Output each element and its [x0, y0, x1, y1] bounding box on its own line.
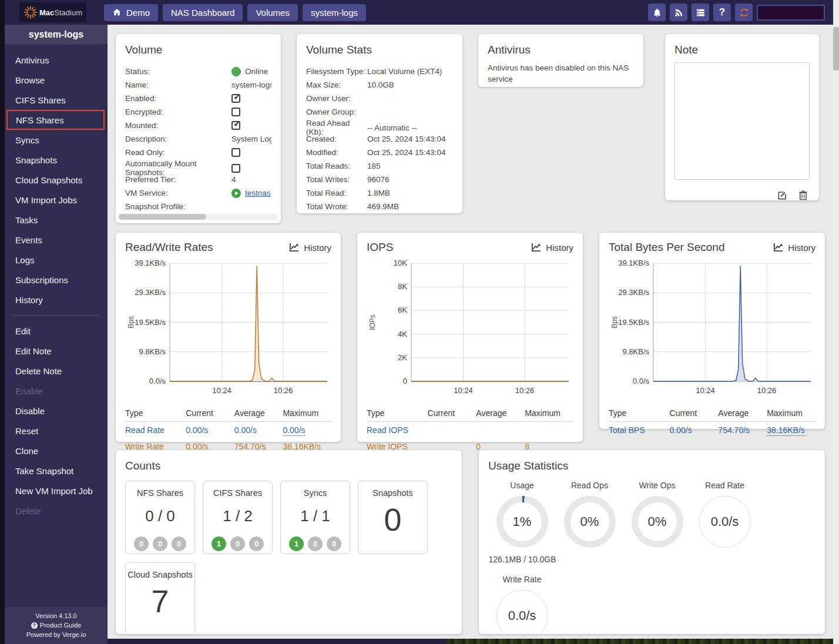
sidebar-item-logs[interactable]: Logs	[5, 250, 108, 270]
read-write-history-link[interactable]: History	[289, 243, 331, 253]
tile-nfs-shares[interactable]: NFS Shares 0 / 0 0 0 0	[125, 481, 195, 554]
write-ops-ring: 0%	[632, 496, 683, 548]
read-only-checkbox[interactable]	[231, 148, 240, 157]
count-badge: 0	[249, 536, 264, 551]
svg-text:10:24: 10:24	[454, 386, 473, 395]
count-badge: 0	[172, 536, 186, 551]
enabled-checkbox[interactable]	[231, 94, 240, 103]
sidebar-action-edit[interactable]: Edit	[5, 321, 108, 341]
breadcrumb-system-logs[interactable]: system-logs	[303, 4, 366, 21]
sidebar-item-tasks[interactable]: Tasks	[5, 210, 108, 230]
breadcrumb-volumes[interactable]: Volumes	[247, 4, 298, 21]
help-circle-icon: ?	[31, 622, 38, 629]
breadcrumb-nas-dashboard[interactable]: NAS Dashboard	[163, 4, 243, 21]
encrypted-checkbox[interactable]	[231, 108, 240, 116]
svg-text:6K: 6K	[398, 306, 407, 314]
sidebar-item-cifs-shares[interactable]: CIFS Shares	[5, 90, 108, 110]
field-snapshot-profile: Snapshot Profile:	[125, 200, 271, 213]
breadcrumb-label: Demo	[126, 8, 150, 18]
sidebar-item-label: Tasks	[15, 215, 38, 225]
sidebar-action-disable[interactable]: Disable	[5, 401, 108, 421]
brand-text: MacStadium	[39, 8, 82, 17]
sidebar-item-cloud-snapshots[interactable]: Cloud Snapshots	[5, 170, 108, 190]
product-guide-link[interactable]: ? Product Guide	[5, 620, 108, 630]
note-textarea[interactable]	[674, 62, 810, 180]
gauge-write-ops: Write Ops 0%	[623, 481, 691, 564]
iops-title: IOPS	[367, 241, 393, 254]
bell-icon	[652, 8, 662, 18]
total-bps-chart: 0.0/s9.8KB/s19.5KB/s29.3KB/s39.1KB/s10:2…	[609, 256, 815, 399]
volume-stats-title: Volume Stats	[306, 43, 453, 56]
total-bps-table: Type Current Average Maximum Total BPS 0…	[609, 405, 815, 438]
gauge-write-rate: Write Rate 0.0/s	[488, 575, 556, 639]
refresh-icon	[739, 8, 749, 18]
table-row-read-rate: Read Rate 0.00/s 0.00/s 0.00/s	[125, 422, 331, 438]
vm-service-link[interactable]: testnas	[245, 189, 271, 197]
sidebar-item-label: Clone	[15, 446, 38, 456]
sidebar-item-subscriptions[interactable]: Subscriptions	[5, 270, 108, 290]
field-name: Name: system-logs	[125, 78, 271, 92]
tile-cloud-snapshots[interactable]: Cloud Snapshots 7	[125, 562, 195, 636]
count-badge: 1	[212, 536, 226, 551]
total-bps-history-link[interactable]: History	[773, 243, 815, 253]
sidebar-item-label: Antivirus	[15, 55, 49, 65]
sidebar-item-syncs[interactable]: Syncs	[5, 130, 108, 150]
delete-note-icon[interactable]	[798, 189, 808, 201]
svg-text:39.1KB/s: 39.1KB/s	[135, 259, 166, 267]
sidebar-item-history[interactable]: History	[5, 290, 108, 310]
svg-text:Bps: Bps	[127, 316, 135, 328]
horizontal-scrollbar	[119, 214, 278, 220]
volume-panel: Volume Status: Online Name: system-logs …	[116, 34, 281, 223]
read-ops-ring: 0%	[564, 496, 616, 548]
refresh-button[interactable]	[735, 4, 753, 21]
sidebar-action-edit-note[interactable]: Edit Note	[5, 341, 108, 361]
sidebar-item-nfs-shares[interactable]: NFS Shares	[6, 110, 105, 130]
svg-text:9.8KB/s: 9.8KB/s	[622, 347, 649, 356]
sidebar-action-delete-note[interactable]: Delete Note	[5, 361, 108, 381]
sidebar-action-new-vm-import-job[interactable]: New VM Import Job	[5, 481, 108, 501]
sidebar-item-label: Delete Note	[15, 366, 62, 376]
iops-panel: IOPS History 02K4K6K8K10K10:2410:26IOPs …	[357, 233, 583, 442]
mounted-checkbox[interactable]	[231, 121, 240, 130]
sidebar-item-label: New VM Import Job	[15, 486, 93, 496]
horizontal-scrollbar-thumb[interactable]	[119, 214, 206, 220]
sidebar-action-reset[interactable]: Reset	[5, 421, 108, 441]
tile-syncs[interactable]: Syncs 1 / 1 1 0 0	[280, 481, 350, 554]
search-input[interactable]	[757, 5, 825, 21]
sidebar-item-label: Edit Note	[15, 346, 52, 356]
tile-cifs-shares[interactable]: CIFS Shares 1 / 2 1 0 0	[203, 481, 273, 554]
status-value: Online	[245, 67, 268, 76]
sidebar-action-clone[interactable]: Clone	[5, 441, 108, 461]
sidebar-item-label: Disable	[15, 406, 45, 416]
vertical-scrollbar-thumb[interactable]	[833, 27, 839, 71]
help-button[interactable]: ?	[713, 4, 731, 21]
sidebar-item-antivirus[interactable]: Antivirus	[5, 50, 108, 70]
count-badge: 0	[230, 536, 245, 551]
edit-note-icon[interactable]	[777, 189, 788, 201]
sidebar-item-label: Delete	[15, 506, 41, 516]
sidebar-item-label: Enable	[15, 386, 43, 396]
history-label: History	[546, 243, 573, 253]
sidebar-item-events[interactable]: Events	[5, 230, 108, 250]
count-badge: 0	[134, 536, 149, 551]
sidebar-item-browse[interactable]: Browse	[5, 70, 108, 90]
topbar-actions: ?	[648, 4, 825, 21]
feed-button[interactable]	[670, 4, 687, 21]
tile-snapshots[interactable]: Snapshots 0	[358, 481, 428, 554]
svg-text:0.0/s: 0.0/s	[149, 377, 166, 385]
field-status: Status: Online	[125, 65, 271, 78]
home-icon	[112, 8, 122, 17]
breadcrumb-demo[interactable]: Demo	[104, 4, 158, 21]
servers-button[interactable]	[692, 4, 709, 21]
iops-history-link[interactable]: History	[531, 243, 573, 253]
read-write-rates-chart: 0.0/s9.8KB/s19.5KB/s29.3KB/s39.1KB/s10:2…	[125, 256, 331, 399]
sidebar-action-take-snapshot[interactable]: Take Snapshot	[5, 461, 108, 481]
sidebar-item-vm-import-jobs[interactable]: VM Import Jobs	[5, 190, 108, 210]
history-label: History	[788, 243, 815, 253]
gauge-usage: Usage 1% 126.1MB / 10.0GB	[488, 481, 556, 564]
write-rate-circle: 0.0/s	[496, 590, 548, 639]
auto-mount-checkbox[interactable]	[231, 164, 240, 173]
notifications-button[interactable]	[648, 4, 666, 21]
desktop-edge-strip	[0, 0, 5, 644]
sidebar-item-snapshots[interactable]: Snapshots	[5, 150, 108, 170]
